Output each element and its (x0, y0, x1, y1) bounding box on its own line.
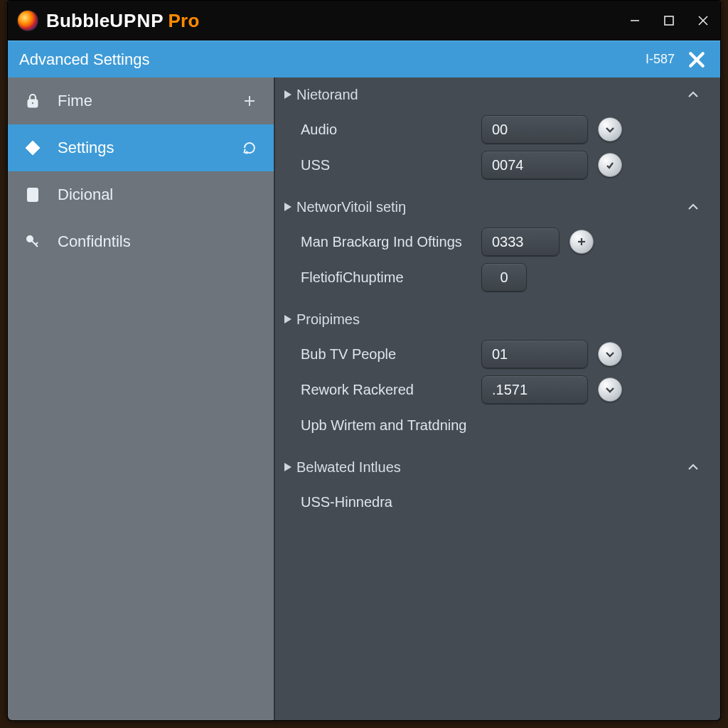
group-header-proipimes[interactable]: Proipimes (275, 302, 720, 336)
group-title: Nietorand (296, 87, 358, 103)
uss-field[interactable]: 0074 (481, 151, 588, 179)
setting-row-writem[interactable]: Upb Wirtem and Tratdning (275, 407, 720, 443)
chevron-up-icon (683, 85, 703, 105)
chevron-up-icon (683, 197, 703, 217)
setting-row-uss-hinnedra[interactable]: USS-Hinnedra (275, 484, 720, 520)
group-title: NetworVitoil setiŋ (296, 199, 406, 215)
setting-label: FletiofiChuptime (301, 269, 481, 286)
group-header-network[interactable]: NetworVitoil setiŋ (275, 190, 720, 224)
close-panel-button[interactable] (685, 48, 709, 72)
key-icon (23, 232, 42, 251)
audio-stepper[interactable] (598, 117, 622, 141)
sidebar-item-label: Confidntils (58, 232, 131, 251)
titlebar: Bubble UPNP Pro (8, 1, 720, 41)
lock-icon (23, 92, 42, 110)
sidebar-item-fime[interactable]: Fime (8, 77, 274, 124)
caret-right-icon (282, 203, 294, 211)
setting-row-audio: Audio 00 (275, 112, 720, 147)
setting-row-bub-tv: Bub TV People 01 (275, 336, 720, 372)
setting-row-rework: Rework Rackered .1571 (275, 372, 720, 407)
header-code: I-587 (646, 52, 675, 67)
sidebar-item-settings[interactable]: Settings (8, 124, 274, 171)
tablet-icon (23, 186, 42, 204)
group-header-belwated[interactable]: Belwated Intlues (275, 450, 720, 484)
group-title: Proipimes (296, 311, 360, 328)
sidebar-item-confidntils[interactable]: Confidntils (8, 218, 274, 265)
chevron-up-icon (683, 457, 703, 477)
svg-point-7 (31, 102, 33, 104)
sidebar-item-label: Dicional (58, 186, 113, 204)
main-panel: Nietorand Audio 00 USS 0074 NetworVitoil… (275, 77, 720, 720)
sidebar-item-dicional[interactable]: Dicional (8, 171, 274, 218)
close-window-button[interactable] (696, 14, 710, 28)
minimize-button[interactable] (628, 14, 642, 28)
field-value: 00 (492, 122, 508, 138)
brackarg-field[interactable]: 0333 (481, 228, 560, 256)
svg-line-14 (36, 242, 38, 245)
caret-right-icon (282, 90, 294, 99)
sidebar: Fime Settings Dicional (8, 77, 275, 720)
page-title: Advanced Settings (19, 50, 149, 69)
setting-row-uss: USS 0074 (275, 147, 720, 183)
rework-field[interactable]: .1571 (481, 375, 588, 404)
sidebar-item-label: Fime (58, 92, 92, 110)
setting-label: Man Brackarg Ind Oftings (301, 234, 481, 250)
app-title: Bubble UPNP Pro (46, 10, 200, 32)
refresh-icon[interactable] (241, 139, 258, 156)
setting-label: Rework Rackered (301, 382, 481, 398)
svg-point-11 (32, 198, 33, 200)
group-title: Belwated Intlues (296, 459, 401, 476)
field-value: 01 (492, 346, 508, 363)
svg-marker-19 (284, 315, 291, 323)
setting-label: USS-Hinnedra (301, 494, 703, 510)
brackarg-add-button[interactable] (569, 230, 594, 254)
sidebar-item-label: Settings (58, 139, 114, 157)
setting-label: Upb Wirtem and Tratdning (301, 417, 703, 434)
setting-row-brackarg: Man Brackarg Ind Oftings 0333 (275, 224, 720, 259)
chuptime-field[interactable]: 0 (481, 263, 527, 291)
brand-pro: Pro (168, 10, 200, 32)
setting-label: Audio (301, 122, 481, 138)
field-value: .1571 (492, 382, 528, 398)
svg-marker-16 (284, 203, 291, 211)
brand-part-2: UPNP (109, 10, 164, 32)
bub-tv-field[interactable]: 01 (481, 340, 588, 368)
uss-stepper[interactable] (598, 153, 622, 177)
group-header-nietorand[interactable]: Nietorand (275, 77, 720, 112)
body: Fime Settings Dicional (8, 77, 720, 720)
field-value: 0074 (492, 157, 524, 173)
svg-point-12 (27, 236, 33, 242)
page-header: Advanced Settings I-587 (8, 41, 720, 77)
svg-marker-20 (284, 463, 291, 471)
setting-row-chuptime: FletiofiChuptime 0 (275, 259, 720, 295)
caret-right-icon (282, 463, 294, 471)
rework-stepper[interactable] (598, 378, 622, 402)
svg-marker-15 (284, 90, 291, 99)
diamond-icon (23, 139, 42, 157)
bub-tv-stepper[interactable] (598, 342, 622, 366)
field-value: 0 (500, 269, 508, 286)
field-value: 0333 (492, 234, 524, 250)
app-window: Bubble UPNP Pro Advanced Settings I-587 (7, 0, 721, 721)
app-logo-icon (18, 11, 38, 31)
maximize-button[interactable] (662, 14, 676, 28)
audio-field[interactable]: 00 (481, 115, 588, 144)
caret-right-icon (282, 315, 294, 323)
svg-rect-1 (665, 16, 673, 25)
window-controls (628, 14, 710, 28)
setting-label: USS (301, 157, 481, 173)
setting-label: Bub TV People (301, 346, 481, 363)
plus-icon[interactable] (241, 92, 258, 109)
brand-part-1: Bubble (46, 10, 109, 32)
